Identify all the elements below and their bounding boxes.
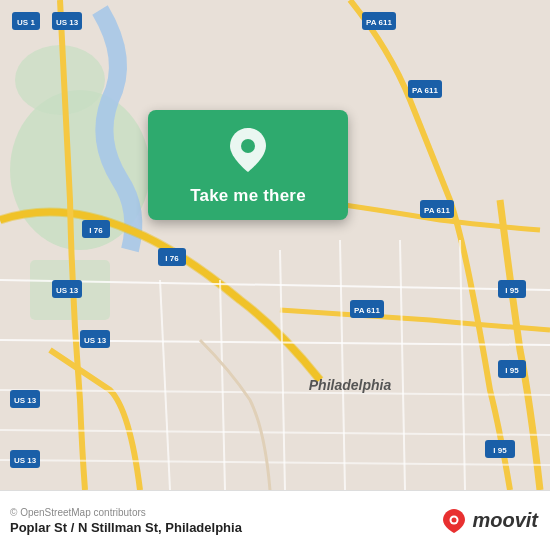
svg-text:US 13: US 13 bbox=[56, 18, 79, 27]
location-name: Poplar St / N Stillman St, Philadelphia bbox=[10, 520, 242, 535]
svg-point-46 bbox=[241, 139, 255, 153]
take-me-there-label: Take me there bbox=[190, 186, 306, 206]
moovit-brand-text: moovit bbox=[472, 509, 538, 532]
svg-text:I 95: I 95 bbox=[505, 366, 519, 375]
svg-text:Philadelphia: Philadelphia bbox=[309, 377, 392, 393]
svg-text:PA 611: PA 611 bbox=[424, 206, 450, 215]
map-container: US 1 US 13 US 13 US 13 US 13 I 95 I 76 I… bbox=[0, 0, 550, 490]
location-pin-icon bbox=[230, 128, 266, 176]
bottom-left-info: © OpenStreetMap contributors Poplar St /… bbox=[10, 507, 242, 535]
svg-text:US 13: US 13 bbox=[14, 396, 37, 405]
svg-text:I 76: I 76 bbox=[165, 254, 179, 263]
bottom-bar: © OpenStreetMap contributors Poplar St /… bbox=[0, 490, 550, 550]
svg-point-48 bbox=[452, 517, 457, 522]
map-background: US 1 US 13 US 13 US 13 US 13 I 95 I 76 I… bbox=[0, 0, 550, 490]
svg-text:US 13: US 13 bbox=[14, 456, 37, 465]
svg-text:I 76: I 76 bbox=[89, 226, 103, 235]
svg-text:US 13: US 13 bbox=[84, 336, 107, 345]
copyright-text: © OpenStreetMap contributors bbox=[10, 507, 242, 518]
svg-text:US 1: US 1 bbox=[17, 18, 35, 27]
svg-text:I 95: I 95 bbox=[505, 286, 519, 295]
svg-text:PA 611: PA 611 bbox=[354, 306, 380, 315]
svg-text:PA 611: PA 611 bbox=[366, 18, 392, 27]
take-me-there-button[interactable]: Take me there bbox=[148, 110, 348, 220]
moovit-logo: moovit bbox=[440, 507, 538, 535]
moovit-pin-icon bbox=[440, 507, 468, 535]
svg-text:PA 611: PA 611 bbox=[412, 86, 438, 95]
svg-text:US 13: US 13 bbox=[56, 286, 79, 295]
svg-text:I 95: I 95 bbox=[493, 446, 507, 455]
